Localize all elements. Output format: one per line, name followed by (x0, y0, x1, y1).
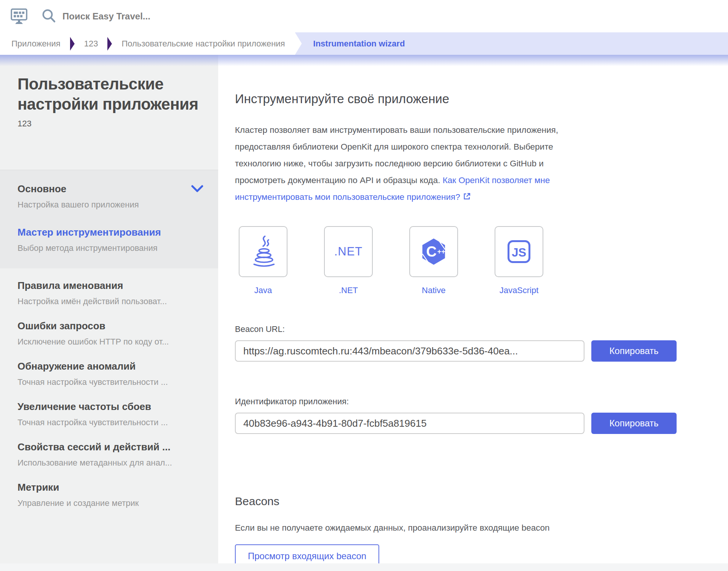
sidebar-item-label: Обнаружение аномалий (18, 360, 203, 372)
search-input[interactable]: Поиск Easy Travel... (62, 11, 150, 22)
sidebar-item-anomaly-detection[interactable]: Обнаружение аномалий Точная настройка чу… (0, 349, 218, 389)
sidebar-section-general[interactable]: Основное Настройка вашего приложения Мас… (0, 170, 218, 268)
sidebar-item-instrumentation-wizard[interactable]: Мастер инструментирования Выбор метода и… (18, 226, 204, 253)
sidebar-item-metrics[interactable]: Метрики Управление и создание метрик (0, 470, 218, 510)
tab-label: Instrumentation wizard (313, 39, 405, 49)
app-id-input[interactable] (235, 413, 584, 434)
breadcrumb-applications[interactable]: Приложения (11, 32, 61, 55)
sidebar-item-description: Исключение ошибок HTTP по коду от... (18, 337, 203, 347)
sidebar-item-description: Выбор метода инструментирования (18, 243, 204, 253)
breadcrumb: Приложения 123 Пользовательские настройк… (0, 32, 728, 55)
tech-card-javascript[interactable]: JS JavaScript (495, 226, 543, 295)
sidebar-item-label: Увеличение частоты сбоев (18, 401, 203, 413)
tech-label: Java (254, 286, 272, 295)
sidebar-item-crash-rate-increase[interactable]: Увеличение частоты сбоев Точная настройк… (0, 389, 218, 430)
tech-card-java[interactable]: Java (239, 226, 287, 295)
top-bar: Поиск Easy Travel... (0, 0, 728, 32)
beacon-url-input[interactable] (235, 340, 584, 362)
breadcrumb-arrow-icon (70, 32, 75, 55)
page-title: Инструментируйте своё приложение (235, 91, 705, 107)
beacon-url-label: Beacon URL: (235, 324, 705, 334)
sidebar-section-label: Основное (18, 183, 66, 195)
sidebar-item-session-properties[interactable]: Свойства сессий и действий ... Использов… (0, 430, 218, 470)
sidebar-title: Пользовательские настройки приложения (18, 74, 203, 114)
sidebar-subtitle: 123 (18, 119, 203, 129)
beacons-text: Если вы не получаете ожидаемых данных, п… (235, 523, 705, 533)
search-icon[interactable] (41, 8, 57, 24)
tech-label: .NET (339, 286, 358, 295)
sidebar-item-label: Мастер инструментирования (18, 226, 204, 238)
copy-beacon-url-button[interactable]: Копировать (591, 340, 677, 362)
sidebar-item-label: Ошибки запросов (18, 320, 203, 332)
svg-text:C: C (426, 244, 436, 260)
app-id-label: Идентификатор приложения: (235, 397, 705, 407)
sidebar: Пользовательские настройки приложения 12… (0, 55, 218, 563)
technology-list: Java .NET .NET C ++ (235, 226, 705, 295)
tab-instrumentation-wizard[interactable]: Instrumentation wizard (295, 32, 728, 55)
tech-label: Native (422, 286, 445, 295)
javascript-icon: JS (495, 226, 543, 277)
sidebar-item-request-errors[interactable]: Ошибки запросов Исключение ошибок HTTP п… (0, 309, 218, 349)
sidebar-item-naming-rules[interactable]: Правила именования Настройка имён действ… (0, 268, 218, 309)
sidebar-item-description: Точная настройка чувствительности ... (18, 377, 203, 387)
sidebar-header: Пользовательские настройки приложения 12… (0, 55, 218, 170)
tech-card-dotnet[interactable]: .NET .NET (324, 226, 373, 295)
svg-text:++: ++ (437, 248, 445, 255)
intro-paragraph: Кластер позволяет вам инструментировать … (235, 122, 589, 206)
sidebar-item-description: Использование метаданных для анал... (18, 458, 203, 468)
sidebar-item-label: Правила именования (18, 280, 203, 292)
view-beacons-button[interactable]: Просмотр входящих beacon (235, 544, 379, 563)
sidebar-item-description: Точная настройка чувствительности ... (18, 418, 203, 427)
tech-card-native[interactable]: C ++ Native (409, 226, 458, 295)
copy-app-id-button[interactable]: Копировать (591, 413, 677, 434)
tech-label: JavaScript (500, 286, 539, 295)
sidebar-item-label: Свойства сессий и действий ... (18, 441, 203, 453)
dashboard-icon[interactable] (11, 8, 27, 24)
breadcrumb-arrow-icon (107, 32, 112, 55)
chevron-down-icon[interactable] (191, 185, 204, 195)
main-content: Инструментируйте своё приложение Кластер… (218, 55, 728, 563)
external-link-icon (463, 190, 471, 206)
sidebar-item-description: Управление и создание метрик (18, 498, 203, 508)
breadcrumb-app-id[interactable]: 123 (84, 32, 98, 55)
app-id-field: Идентификатор приложения: Копировать (235, 397, 705, 434)
cpp-icon: C ++ (409, 226, 458, 277)
dotnet-icon: .NET (324, 226, 373, 277)
app-root: Поиск Easy Travel... Приложения 123 Поль… (0, 0, 728, 571)
sidebar-item-label: Метрики (18, 482, 203, 493)
java-icon (239, 226, 287, 277)
breadcrumb-app-settings[interactable]: Пользовательские настройки приложения (121, 32, 285, 55)
beacon-url-field: Beacon URL: Копировать (235, 324, 705, 362)
page-body: Пользовательские настройки приложения 12… (0, 55, 728, 571)
beacons-title: Beacons (235, 495, 705, 508)
sidebar-section-description: Настройка вашего приложения (18, 200, 204, 210)
sidebar-item-description: Настройка имён действий пользоват... (18, 297, 203, 306)
svg-text:JS: JS (512, 246, 526, 259)
